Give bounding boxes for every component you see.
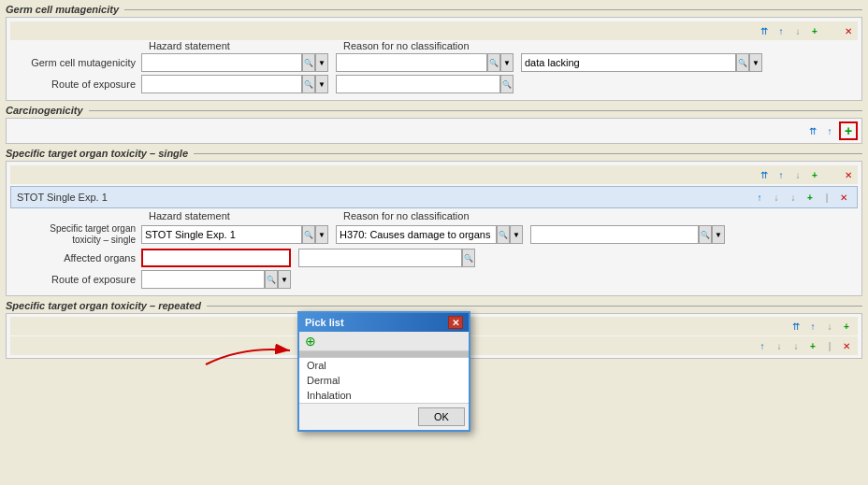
pick-list-item-dermal[interactable]: Dermal bbox=[299, 373, 469, 388]
pick-list-close-btn[interactable]: ✕ bbox=[448, 316, 463, 329]
stot-reason-search[interactable]: 🔍 bbox=[699, 225, 712, 244]
stot-repeated-section-title: Specific target organ toxicity – repeate… bbox=[6, 300, 201, 311]
carcino-add-btn[interactable]: + bbox=[839, 121, 858, 140]
pick-list-popup: Pick list ✕ ⊕ Oral Dermal Inhalation OK bbox=[297, 311, 470, 432]
affected-hazard-input[interactable] bbox=[298, 249, 462, 267]
germ-cell-input[interactable] bbox=[141, 53, 302, 72]
stot-sub-spacer: | bbox=[819, 190, 834, 205]
stot-nav-down[interactable]: ↓ bbox=[790, 167, 805, 182]
toxicity-label: Specific target organtoxicity – single bbox=[10, 223, 141, 246]
stot-hazard-input[interactable] bbox=[336, 225, 497, 244]
nav-double-up-btn[interactable]: ⇈ bbox=[757, 23, 772, 38]
stot-rep-sub-delete[interactable]: ✕ bbox=[839, 338, 854, 353]
hazard-search-btn[interactable]: 🔍 bbox=[487, 53, 500, 72]
carcinogenicity-section-title: Carcinogenicity bbox=[6, 105, 83, 116]
route-search-btn[interactable]: 🔍 bbox=[302, 75, 315, 93]
stot-sub-nav-up[interactable]: ↑ bbox=[752, 190, 767, 205]
affected-hazard-search[interactable]: 🔍 bbox=[462, 249, 475, 267]
stot-route-label: Route of exposure bbox=[10, 274, 141, 285]
affected-organs-label: Affected organs bbox=[10, 252, 141, 264]
nav-up-btn[interactable]: ↑ bbox=[774, 23, 788, 38]
stot-single-section-title: Specific target organ toxicity – single bbox=[6, 148, 188, 159]
pick-list-ok-btn[interactable]: OK bbox=[418, 407, 465, 426]
stot-sub-record-title: STOT Single Exp. 1 bbox=[17, 192, 108, 203]
stot-reason-input[interactable] bbox=[530, 225, 699, 244]
stot-rep-nav-double-up[interactable]: ⇈ bbox=[788, 319, 803, 334]
carcino-nav-up[interactable]: ↑ bbox=[822, 123, 837, 138]
stot-sub-add[interactable]: + bbox=[803, 190, 817, 205]
route-label: Route of exposure bbox=[10, 78, 141, 90]
stot-sub-nav-down[interactable]: ↓ bbox=[769, 190, 784, 205]
reason-col-header: Reason for no classification bbox=[343, 40, 470, 51]
spacer1 bbox=[824, 23, 839, 38]
stot-rep-nav-down[interactable]: ↓ bbox=[822, 319, 837, 334]
delete-row-btn[interactable]: ✕ bbox=[841, 23, 856, 38]
stot-rep-sub-nav-up1[interactable]: ↑ bbox=[755, 338, 770, 353]
stot-nav-up[interactable]: ↑ bbox=[774, 167, 788, 182]
route-input[interactable] bbox=[141, 75, 302, 93]
pick-list-title: Pick list bbox=[305, 317, 344, 328]
hazard-dropdown-btn[interactable]: ▼ bbox=[500, 53, 514, 72]
stot-sub-nav-down2[interactable]: ↓ bbox=[786, 190, 801, 205]
hazard-stmt-input[interactable] bbox=[336, 53, 487, 72]
pick-list-item-oral[interactable]: Oral bbox=[299, 358, 469, 373]
toxicity-value-input[interactable]: STOT Single Exp. 1 bbox=[141, 225, 302, 244]
route-dropdown-btn[interactable]: ▼ bbox=[315, 75, 328, 93]
pick-list-items: Oral Dermal Inhalation bbox=[299, 351, 469, 403]
stot-nav-double-up[interactable]: ⇈ bbox=[757, 167, 772, 182]
stot-hazard-col-header: Hazard statement bbox=[149, 210, 336, 221]
reason-input[interactable]: data lacking bbox=[521, 53, 736, 72]
stot-rep-nav-up[interactable]: ↑ bbox=[805, 319, 820, 334]
nav-down-btn[interactable]: ↓ bbox=[790, 23, 805, 38]
stot-rep-add[interactable]: + bbox=[839, 319, 854, 334]
stot-route-search[interactable]: 🔍 bbox=[265, 270, 278, 289]
germ-cell-section-title: Germ cell mutagenicity bbox=[6, 4, 119, 15]
germ-cell-label: Germ cell mutagenicity bbox=[10, 57, 141, 68]
stot-hazard-search[interactable]: 🔍 bbox=[497, 225, 510, 244]
pick-list-add-btn[interactable]: ⊕ bbox=[303, 334, 318, 349]
hazard-col-header: Hazard statement bbox=[149, 40, 336, 51]
stot-rep-sub-nav-down2[interactable]: ↓ bbox=[788, 338, 803, 353]
stot-hazard-dropdown[interactable]: ▼ bbox=[510, 225, 523, 244]
stot-route-dropdown[interactable]: ▼ bbox=[278, 270, 291, 289]
stot-delete-btn[interactable]: ✕ bbox=[841, 167, 856, 182]
stot-sub-delete[interactable]: ✕ bbox=[836, 190, 851, 205]
affected-organs-input[interactable] bbox=[141, 249, 291, 267]
stot-add-btn[interactable]: + bbox=[807, 167, 822, 182]
reason-dropdown-btn[interactable]: ▼ bbox=[749, 53, 762, 72]
route-hazard-search-btn[interactable]: 🔍 bbox=[500, 75, 514, 93]
toxicity-dropdown-btn[interactable]: ▼ bbox=[315, 225, 328, 244]
stot-rep-sub-add[interactable]: + bbox=[805, 338, 820, 353]
stot-route-input[interactable] bbox=[141, 270, 265, 289]
reason-search-btn[interactable]: 🔍 bbox=[736, 53, 749, 72]
germ-cell-dropdown-btn[interactable]: ▼ bbox=[315, 53, 328, 72]
germ-cell-search-btn[interactable]: 🔍 bbox=[302, 53, 315, 72]
pick-list-item-inhalation[interactable]: Inhalation bbox=[299, 388, 469, 403]
stot-reason-dropdown[interactable]: ▼ bbox=[712, 225, 725, 244]
toxicity-search-btn[interactable]: 🔍 bbox=[302, 225, 315, 244]
stot-rep-sub-nav-down1[interactable]: ↓ bbox=[772, 338, 787, 353]
stot-reason-col-header: Reason for no classification bbox=[343, 210, 470, 221]
stot-spacer bbox=[824, 167, 839, 182]
add-row-btn[interactable]: + bbox=[807, 23, 822, 38]
carcino-nav-double-up[interactable]: ⇈ bbox=[805, 123, 820, 138]
stot-rep-sub-sep: | bbox=[822, 338, 837, 353]
route-hazard-input[interactable] bbox=[336, 75, 500, 93]
